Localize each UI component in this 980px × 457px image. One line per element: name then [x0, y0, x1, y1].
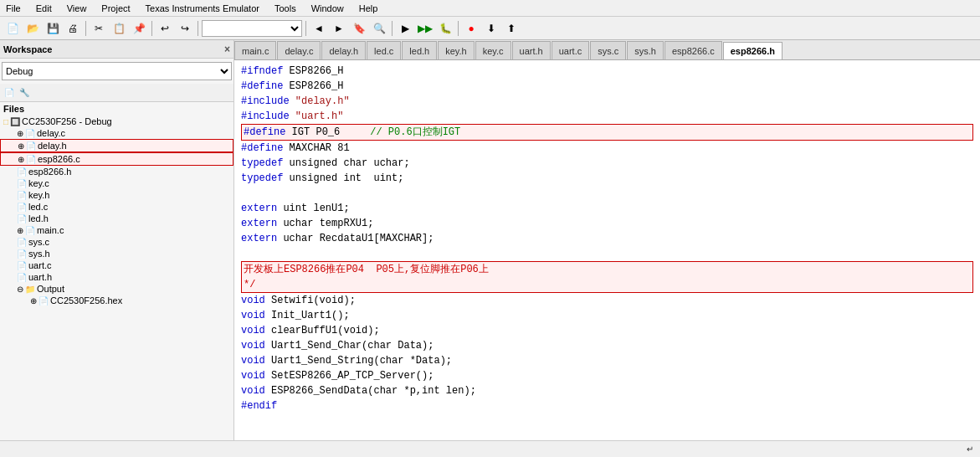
code-line-21: void SetESP8266_AP_TCP_Server(); [241, 368, 973, 383]
code-line-12: extern uchar RecdataU1[MAXCHAR]; [241, 231, 973, 246]
menu-view[interactable]: View [64, 3, 90, 14]
tree-item-hex[interactable]: ⊕ 📄 CC2530F256.hex [0, 295, 233, 306]
file-icon-key-c: 📄 [17, 179, 27, 188]
code-line-14: 开发板上ESP8266推在P04 P05上,复位脚推在P06上 [241, 261, 973, 277]
file-icon-hex: 📄 [38, 296, 49, 306]
menu-window[interactable]: Window [309, 3, 346, 14]
tab-key-c[interactable]: key.c [475, 41, 511, 59]
tree-item-sys-h[interactable]: 📄 sys.h [0, 248, 233, 259]
tab-uart-h[interactable]: uart.h [512, 41, 551, 59]
print-button[interactable]: 🖨 [64, 19, 82, 38]
file-icon-uart-c: 📄 [17, 261, 27, 270]
code-line-20: void Uart1_Send_String(char *Data); [241, 353, 973, 368]
code-line-1: #ifndef ESP8266_H [241, 64, 973, 79]
statusbar-right: ↵ [967, 444, 973, 454]
tab-sys-c[interactable]: sys.c [590, 41, 626, 59]
tree-item-esp8266-c[interactable]: ⊕ 📄 esp8266.c [0, 152, 233, 166]
tree-item-esp8266-h[interactable]: 📄 esp8266.h [0, 166, 233, 177]
file-icon-esp8266-c: 📄 [26, 155, 36, 164]
tab-sys-h[interactable]: sys.h [627, 41, 664, 59]
tree-item-key-h[interactable]: 📄 key.h [0, 189, 233, 201]
file-icon-sys-h: 📄 [17, 249, 27, 259]
menu-edit[interactable]: Edit [33, 3, 54, 14]
tree-label-uart-h: uart.h [28, 272, 52, 282]
tree-label-uart-c: uart.c [28, 260, 52, 270]
menu-project[interactable]: Project [99, 3, 132, 14]
tree-label-esp8266-h: esp8266.h [28, 167, 71, 177]
tab-main-c[interactable]: main.c [234, 41, 276, 59]
tree-item-led-c[interactable]: 📄 led.c [0, 201, 233, 213]
code-line-16: void Setwifi(void); [241, 293, 973, 308]
debug-button[interactable]: 🐛 [436, 19, 454, 38]
tree-item-uart-h[interactable]: 📄 uart.h [0, 271, 233, 283]
run-button[interactable]: ▶▶ [416, 19, 434, 38]
folder-chip-icon: 🔲 [10, 117, 20, 126]
tree-label-main-c: main.c [37, 225, 64, 235]
step-fwd-button[interactable]: ► [330, 19, 348, 38]
sidebar-dropdown[interactable]: Debug [2, 62, 232, 80]
tab-led-c[interactable]: led.c [367, 41, 401, 59]
file-icon-led-h: 📄 [17, 214, 27, 223]
bookmark-button[interactable]: 🔖 [350, 19, 368, 38]
redo-button[interactable]: ↪ [176, 19, 194, 38]
new-button[interactable]: 📄 [3, 19, 22, 38]
tree-item-main-c[interactable]: ⊕ 📄 main.c [0, 224, 233, 236]
menu-tools[interactable]: Tools [272, 3, 299, 14]
code-line-23: #endif [241, 398, 973, 413]
menu-ti-emulator[interactable]: Texas Instruments Emulator [143, 3, 262, 14]
sidebar-btn-1[interactable]: 📄 [2, 85, 17, 100]
tree-label-delay-c: delay.c [37, 128, 65, 138]
file-icon-key-h: 📄 [17, 191, 27, 200]
tree-item-delay-h[interactable]: ⊕ 📄 delay.h [0, 139, 233, 152]
file-icon-uart-h: 📄 [17, 273, 27, 282]
code-editor[interactable]: #ifndef ESP8266_H #define ESP8266_H #inc… [234, 60, 980, 440]
tree-item-output[interactable]: ⊖ 📁 Output [0, 283, 233, 295]
files-label: Files [0, 102, 233, 116]
tab-uart-c[interactable]: uart.c [552, 41, 590, 59]
tab-esp8266-c[interactable]: esp8266.c [664, 41, 722, 59]
code-line-2: #define ESP8266_H [241, 79, 973, 94]
open-button[interactable]: 📂 [23, 19, 42, 38]
undo-button[interactable]: ↩ [156, 19, 174, 38]
code-line-10: extern uint lenU1; [241, 201, 973, 216]
menu-file[interactable]: File [3, 3, 23, 14]
tree-label-delay-h: delay.h [38, 141, 67, 151]
tab-delay-c[interactable]: delay.c [277, 41, 321, 59]
tree-item-key-c[interactable]: 📄 key.c [0, 177, 233, 189]
sidebar-title: Workspace [3, 44, 53, 54]
tab-esp8266-h[interactable]: esp8266.h [723, 42, 782, 60]
sidebar-toolbar: 📄 🔧 [0, 84, 233, 102]
sidebar-close-button[interactable]: × [224, 44, 230, 55]
tree-item-sys-c[interactable]: 📄 sys.c [0, 236, 233, 248]
search-button[interactable]: 🔍 [370, 19, 388, 38]
step-back-button[interactable]: ◄ [310, 19, 328, 38]
tree-label-led-h: led.h [28, 213, 49, 223]
tab-key-h[interactable]: key.h [438, 41, 474, 59]
cut-button[interactable]: ✂ [90, 19, 108, 38]
file-icon-delay-c: 📄 [25, 129, 35, 138]
folder-open-icon: □ [3, 117, 8, 126]
upload-button[interactable]: ⬆ [502, 19, 521, 38]
toolbar-config-dropdown[interactable] [202, 20, 302, 37]
code-line-6: #define MAXCHAR 81 [241, 141, 973, 156]
tree-label-output: Output [37, 284, 64, 294]
tree-item-delay-c[interactable]: ⊕ 📄 delay.c [0, 127, 233, 139]
code-line-15: */ [241, 277, 973, 293]
tab-delay-h[interactable]: delay.h [321, 41, 366, 59]
tree-item-cc2530f256[interactable]: □ 🔲 CC2530F256 - Debug [0, 116, 233, 127]
save-button[interactable]: 💾 [44, 19, 62, 38]
paste-button[interactable]: 📌 [130, 19, 148, 38]
tab-led-h[interactable]: led.h [402, 41, 437, 59]
file-icon-sys-c: 📄 [17, 238, 27, 247]
sidebar-btn-2[interactable]: 🔧 [17, 85, 32, 100]
code-line-22: void ESP8266_SendData(char *p,int len); [241, 383, 973, 398]
tree-item-led-h[interactable]: 📄 led.h [0, 213, 233, 224]
code-line-3: #include "delay.h" [241, 94, 973, 109]
file-icon-esp8266-h: 📄 [17, 167, 27, 177]
download-button[interactable]: ⬇ [482, 19, 500, 38]
copy-button[interactable]: 📋 [110, 19, 128, 38]
build-button[interactable]: ▶ [396, 19, 414, 38]
breakpoint-button[interactable]: ● [462, 19, 480, 38]
tree-item-uart-c[interactable]: 📄 uart.c [0, 259, 233, 271]
menu-help[interactable]: Help [357, 3, 381, 14]
